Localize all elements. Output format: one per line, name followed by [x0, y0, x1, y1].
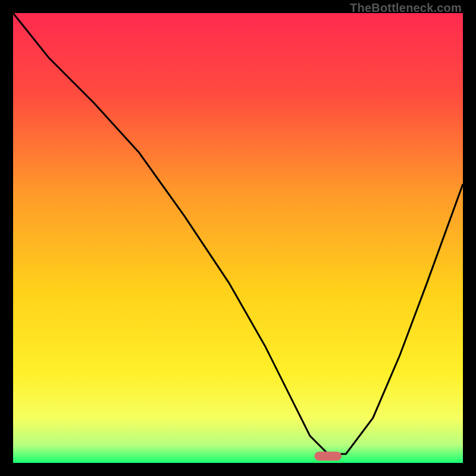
chart-frame: TheBottleneck.com — [0, 0, 476, 476]
chart-background — [13, 13, 463, 463]
chart-plot-area — [13, 13, 463, 463]
highlight-marker — [315, 452, 342, 461]
chart-svg — [13, 13, 463, 463]
